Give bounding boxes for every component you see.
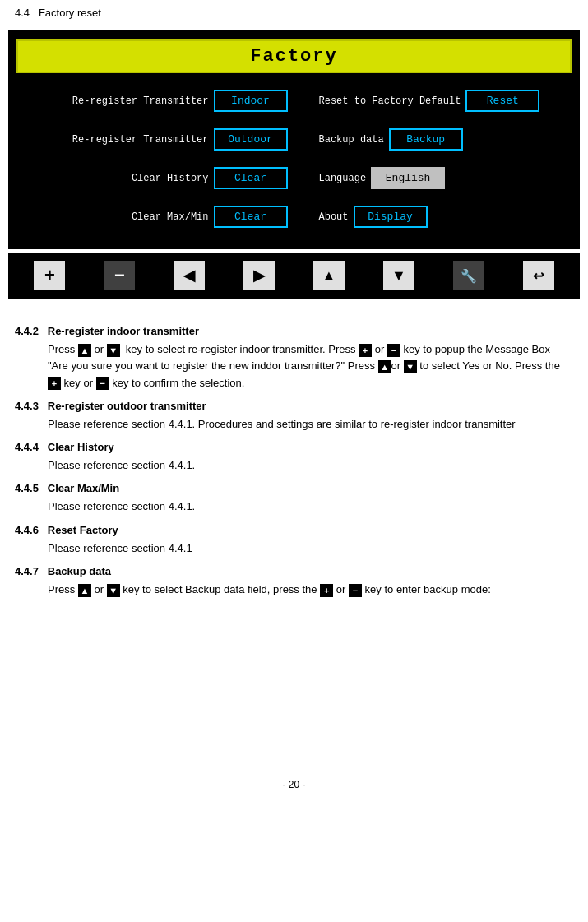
reregister-indoor-row: Re-register Transmitter Indoor [16, 81, 294, 120]
plus-icon3: + [320, 584, 333, 597]
backup-button[interactable]: Backup [389, 128, 463, 151]
section-442: 4.4.2 Re-register indoor transmitter Pre… [15, 323, 573, 392]
minus-icon: − [387, 344, 400, 357]
clear-history-button[interactable]: Clear [214, 167, 288, 189]
reset-factory-label: Reset to Factory Default [319, 95, 461, 107]
reset-factory-row: Reset to Factory Default Reset [294, 81, 572, 120]
section-442-heading: 4.4.2 Re-register indoor transmitter [15, 323, 573, 340]
section-443: 4.4.3 Re-register outdoor transmitter Pl… [15, 398, 573, 433]
about-label: About [319, 211, 349, 223]
down-icon2: ▼ [404, 360, 417, 373]
page-footer: - 20 - [0, 771, 588, 799]
up-arrow-button[interactable]: ▲ [313, 261, 345, 290]
backup-data-row: Backup data Backup [294, 120, 572, 159]
clear-history-row: Clear History Clear [16, 159, 294, 197]
minus-icon3: − [349, 584, 362, 597]
section-number: 4.4 [15, 7, 30, 19]
language-row: Language English [294, 159, 572, 197]
minus-icon2: − [96, 377, 109, 390]
plus-icon2: + [48, 377, 61, 390]
section-447-heading: 4.4.7 Backup data [15, 563, 573, 580]
up-icon3: ▲ [78, 584, 91, 597]
section-442-para: Press ▲ or ▼ key to select re-register i… [48, 341, 573, 391]
section-447: 4.4.7 Backup data Press ▲ or ▼ key to se… [15, 563, 573, 598]
backup-data-label: Backup data [319, 134, 384, 146]
clear-history-label: Clear History [132, 173, 209, 184]
section-444: 4.4.4 Clear History Please reference sec… [15, 439, 573, 474]
down-icon: ▼ [107, 344, 120, 357]
page-number: - 20 - [282, 779, 305, 790]
reset-button[interactable]: Reset [465, 90, 539, 112]
down-icon3: ▼ [107, 584, 120, 597]
reregister-indoor-label: Re-register Transmitter [72, 95, 209, 107]
clear-maxmin-button[interactable]: Clear [214, 206, 288, 228]
language-button[interactable]: English [371, 167, 445, 189]
up-icon: ▲ [78, 344, 91, 357]
factory-panel: Factory Re-register Transmitter Indoor R… [8, 30, 580, 249]
back-button[interactable]: ↩ [523, 261, 554, 290]
section-444-heading: 4.4.4 Clear History [15, 439, 573, 456]
section-446-para: Please reference section 4.4.1 [48, 540, 573, 557]
right-arrow-button[interactable]: ▶ [243, 261, 275, 290]
reregister-outdoor-row: Re-register Transmitter Outdoor [16, 120, 294, 159]
factory-title: Factory [16, 39, 572, 73]
left-arrow-button[interactable]: ◀ [174, 261, 205, 290]
factory-grid: Re-register Transmitter Indoor Re-regist… [16, 81, 572, 236]
indoor-button[interactable]: Indoor [214, 90, 288, 112]
minus-button[interactable]: − [104, 261, 135, 290]
language-label: Language [319, 173, 367, 184]
section-443-para: Please reference section 4.4.1. Procedur… [48, 416, 573, 433]
section-445-para: Please reference section 4.4.1. [48, 498, 573, 515]
about-row: About Display [294, 197, 572, 236]
down-arrow-button[interactable]: ▼ [383, 261, 414, 290]
plus-icon: + [359, 344, 372, 357]
section-444-para: Please reference section 4.4.1. [48, 457, 573, 474]
section-445: 4.4.5 Clear Max/Min Please reference sec… [15, 480, 573, 515]
settings-button[interactable]: 🔧 [453, 261, 484, 290]
clear-maxmin-row: Clear Max/Min Clear [16, 197, 294, 236]
section-446-heading: 4.4.6 Reset Factory [15, 522, 573, 539]
section-446: 4.4.6 Reset Factory Please reference sec… [15, 522, 573, 557]
section-title: Factory reset [39, 7, 101, 19]
toolbar: + − ◀ ▶ ▲ ▼ 🔧 ↩ [8, 253, 580, 299]
page-section-header: 4.4 Factory reset [0, 0, 588, 26]
outdoor-button[interactable]: Outdoor [214, 128, 288, 151]
section-447-para: Press ▲ or ▼ key to select Backup data f… [48, 581, 573, 598]
section-443-heading: 4.4.3 Re-register outdoor transmitter [15, 398, 573, 415]
body-content: 4.4.2 Re-register indoor transmitter Pre… [0, 312, 588, 606]
clear-maxmin-label: Clear Max/Min [132, 211, 209, 223]
up-icon2: ▲ [378, 360, 391, 373]
section-445-heading: 4.4.5 Clear Max/Min [15, 480, 573, 497]
display-button[interactable]: Display [354, 206, 428, 228]
reregister-outdoor-label: Re-register Transmitter [72, 134, 209, 146]
plus-button[interactable]: + [34, 261, 65, 290]
